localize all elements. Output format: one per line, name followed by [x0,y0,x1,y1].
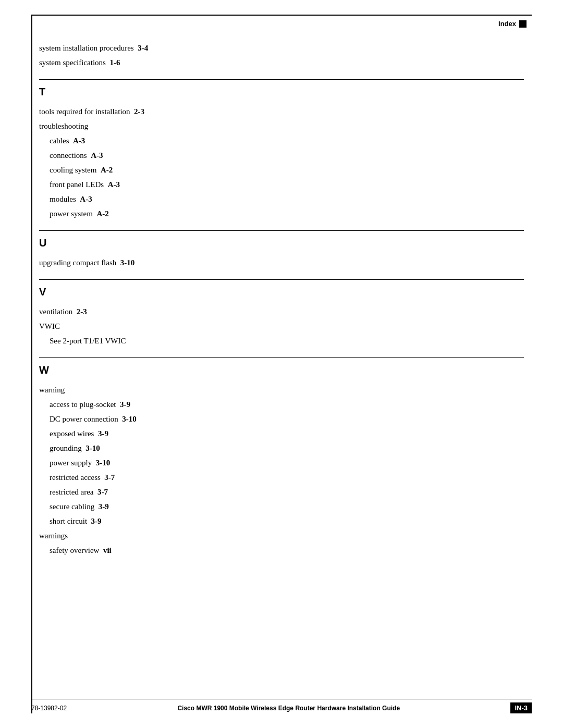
entry-exposed-wires: exposed wires 3-9 [39,427,524,440]
entry-cooling-system: cooling system A-2 [39,164,524,176]
entry-front-panel-leds: front panel LEDs A-3 [39,178,524,191]
entry-grounding: grounding 3-10 [39,442,524,454]
divider-u [39,230,524,231]
entry-power-system: power system A-2 [39,207,524,220]
ref-grounding: 3-10 [85,444,100,452]
page-container: Index system installation procedures 3-4… [0,0,563,728]
entry-vwic-see: See 2-port T1/E1 VWIC [39,335,524,347]
main-content: system installation procedures 3-4 syste… [39,42,524,676]
section-letter-t: T [39,86,524,98]
entry-restricted-area: restricted area 3-7 [39,486,524,498]
footer-top-line [31,699,532,700]
entry-ventilation: ventilation 2-3 [39,305,524,318]
entry-vwic: VWIC [39,320,524,332]
divider-w [39,357,524,358]
ref-restricted-area: 3-7 [97,488,108,496]
ref-tools: 2-3 [134,107,144,116]
footer-doc-number: 78-13982-02 [31,705,67,712]
divider-v [39,279,524,280]
ref-power-supply: 3-10 [96,459,111,467]
entry-troubleshooting: troubleshooting [39,120,524,132]
entry-restricted-access: restricted access 3-7 [39,471,524,484]
ref-secure-cabling: 3-9 [99,502,109,511]
ref-front-panel-leds: A-3 [108,180,120,189]
page-header: Index [498,20,527,28]
entry-secure-cabling: secure cabling 3-9 [39,500,524,513]
ref-short-circuit: 3-9 [91,517,102,525]
top-entries: system installation procedures 3-4 syste… [39,42,524,69]
footer-page-area: IN-3 [510,702,532,713]
ref-exposed-wires: 3-9 [98,429,108,438]
entry-safety-overview: safety overview vii [39,544,524,557]
ref-safety-overview: vii [103,546,112,554]
entry-power-supply: power supply 3-10 [39,456,524,469]
ref-cooling-system: A-2 [101,166,113,174]
ref-modules: A-3 [80,195,92,203]
entry-connections: connections A-3 [39,149,524,162]
page-footer: 78-13982-02 Cisco MWR 1900 Mobile Wirele… [31,699,532,714]
entry-modules: modules A-3 [39,193,524,205]
ref-system-installation: 3-4 [138,44,148,52]
ref-upgrading-compact-flash: 3-10 [120,258,135,267]
entry-cables: cables A-3 [39,134,524,147]
entry-warning: warning [39,384,524,396]
entry-tools: tools required for installation 2-3 [39,105,524,118]
section-letter-w: W [39,364,524,376]
entry-warnings: warnings [39,529,524,542]
top-border-line [31,15,532,16]
entry-upgrading-compact-flash: upgrading compact flash 3-10 [39,256,524,269]
ref-system-specifications: 1-6 [109,58,120,67]
ref-dc-power-connection: 3-10 [122,415,137,423]
section-letter-v: V [39,286,524,298]
header-black-box [519,20,527,28]
header-index-label: Index [498,20,516,28]
divider-t [39,79,524,80]
footer-page-number: IN-3 [510,702,532,713]
entry-system-specifications: system specifications 1-6 [39,56,524,69]
ref-cables: A-3 [73,137,85,145]
ref-access-plug-socket: 3-9 [120,400,130,409]
footer-title: Cisco MWR 1900 Mobile Wireless Edge Rout… [67,705,510,712]
entry-system-installation: system installation procedures 3-4 [39,42,524,54]
left-border-bar [31,15,32,713]
section-letter-u: U [39,237,524,249]
ref-power-system: A-2 [96,209,108,218]
entry-dc-power-connection: DC power connection 3-10 [39,413,524,425]
footer-content: 78-13982-02 Cisco MWR 1900 Mobile Wirele… [31,702,532,713]
entry-short-circuit: short circuit 3-9 [39,515,524,527]
ref-connections: A-3 [91,151,103,159]
ref-ventilation: 2-3 [77,307,87,316]
ref-restricted-access: 3-7 [104,473,115,482]
entry-access-plug-socket: access to plug-socket 3-9 [39,398,524,411]
